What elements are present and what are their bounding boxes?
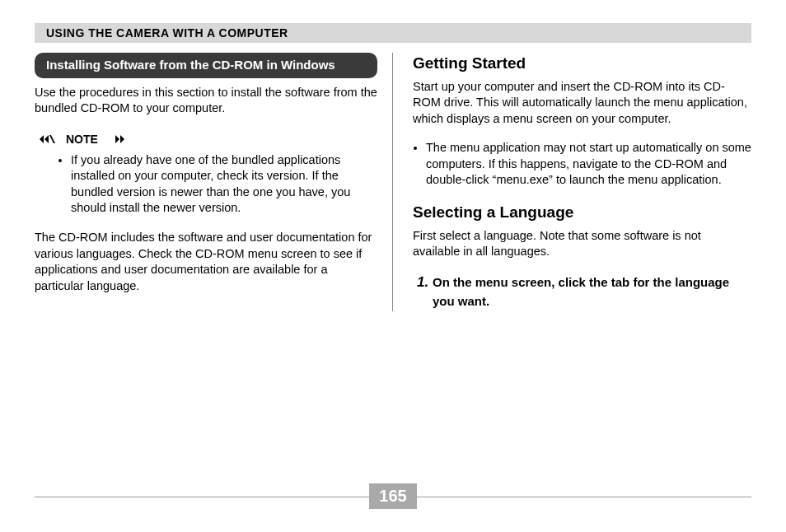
right-column: Getting Started Start up your computer a… (393, 53, 751, 311)
page-footer: 165 (35, 483, 751, 509)
getting-started-paragraph: Start up your computer and insert the CD… (413, 79, 751, 128)
manual-page: USING THE CAMERA WITH A COMPUTER Install… (0, 0, 786, 532)
note-bullet-item: If you already have one of the bundled a… (71, 152, 377, 217)
step-text: On the menu screen, click the tab for th… (433, 275, 729, 308)
intro-paragraph: Use the procedures in this section to in… (35, 85, 377, 117)
selecting-language-paragraph: First select a language. Note that some … (413, 228, 751, 260)
note-left-icon (40, 134, 61, 144)
page-number: 165 (369, 483, 417, 509)
getting-started-bullets: The menu application may not start up au… (413, 140, 751, 189)
left-column: Installing Software from the CD-ROM in W… (35, 53, 393, 311)
content-columns: Installing Software from the CD-ROM in W… (35, 53, 751, 311)
numbered-steps: On the menu screen, click the tab for th… (413, 273, 751, 311)
note-right-icon (103, 134, 124, 144)
heading-getting-started: Getting Started (413, 53, 751, 74)
step-item: On the menu screen, click the tab for th… (433, 273, 751, 311)
list-item: The menu application may not start up au… (426, 140, 751, 189)
note-heading: NOTE (40, 132, 377, 147)
heading-selecting-language: Selecting a Language (413, 202, 751, 223)
section-title-pill: Installing Software from the CD-ROM in W… (35, 53, 377, 78)
paragraph-2: The CD-ROM includes the software and use… (35, 230, 377, 294)
chapter-header: USING THE CAMERA WITH A COMPUTER (35, 23, 751, 43)
note-label: NOTE (66, 132, 98, 147)
note-bullet-list: If you already have one of the bundled a… (35, 152, 377, 217)
